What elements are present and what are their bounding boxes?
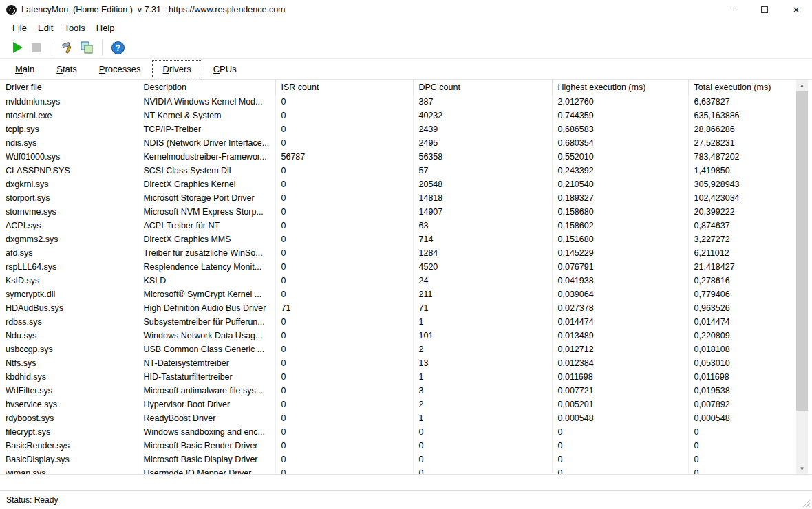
table-row[interactable]: BasicDisplay.sysMicrosoft Basic Display … [0, 453, 796, 466]
table-cell: NT Kernel & System [138, 109, 275, 122]
table-cell: kbdhid.sys [0, 370, 138, 384]
table-cell: 0 [688, 439, 796, 453]
table-cell: ntoskrnl.exe [0, 109, 138, 122]
tools-icon [61, 41, 75, 54]
menu-edit[interactable]: Edit [32, 21, 58, 35]
copy-icon [80, 41, 94, 54]
table-cell: Kernelmodustreiber-Framewor... [138, 150, 275, 164]
table-row[interactable]: dxgmms2.sysDirectX Graphics MMS07140,151… [0, 232, 796, 246]
table-cell: dxgmms2.sys [0, 232, 138, 246]
table-cell: 0,076791 [552, 260, 688, 274]
column-header-driver-file[interactable]: Driver file [0, 80, 138, 95]
menu-file[interactable]: File [7, 21, 32, 35]
table-cell: 0,019538 [688, 384, 796, 398]
table-cell: 2 [413, 343, 552, 356]
table-row[interactable]: filecrypt.sysWindows sandboxing and enc.… [0, 425, 796, 439]
table-cell: 0 [275, 288, 413, 301]
table-row[interactable]: tcpip.sysTCP/IP-Treiber024390,68658328,8… [0, 122, 796, 136]
table-cell: 20,399222 [688, 205, 796, 219]
tab-main[interactable]: Main [4, 60, 45, 78]
vertical-scrollbar[interactable]: ▲ ▼ [796, 80, 808, 475]
table-row[interactable]: dxgkrnl.sysDirectX Graphics Kernel020548… [0, 177, 796, 191]
help-button[interactable]: ? [109, 39, 127, 57]
table-cell: 0,158602 [552, 219, 688, 232]
table-row[interactable]: CLASSPNP.SYSSCSI Class System Dll0570,24… [0, 164, 796, 177]
close-button[interactable]: ✕ [780, 0, 812, 19]
maximize-button[interactable] [749, 0, 780, 19]
statusbar: Status: Ready [0, 490, 812, 509]
table-cell: 0 [413, 466, 552, 475]
table-cell: 0 [275, 315, 413, 329]
table-row[interactable]: WdFilter.sysMicrosoft antimalware file s… [0, 384, 796, 398]
tab-cpus[interactable]: CPUs [202, 60, 248, 78]
table-row[interactable]: storport.sysMicrosoft Storage Port Drive… [0, 191, 796, 205]
table-row[interactable]: BasicRender.sysMicrosoft Basic Render Dr… [0, 439, 796, 453]
table-row[interactable]: rdbss.sysSubsystemtreiber für Pufferun..… [0, 315, 796, 329]
table-cell: KSLD [138, 274, 275, 288]
table-cell: BasicRender.sys [0, 439, 138, 453]
column-header-highest-execution[interactable]: Highest execution (ms) [552, 80, 688, 95]
table-cell: 0,041938 [552, 274, 688, 288]
table-row[interactable]: usbccgp.sysUSB Common Class Generic ...0… [0, 343, 796, 356]
resize-grip[interactable] [801, 498, 810, 507]
table-cell: stornvme.sys [0, 205, 138, 219]
table-row[interactable]: stornvme.sysMicrosoft NVM Express Storp.… [0, 205, 796, 219]
table-cell: 0 [552, 453, 688, 466]
minimize-button[interactable] [717, 0, 749, 19]
table-row[interactable]: ndis.sysNDIS (Network Driver Interface..… [0, 136, 796, 150]
table-cell: Ndu.sys [0, 329, 138, 343]
table-row[interactable]: rdyboost.sysReadyBoost Driver010,0005480… [0, 411, 796, 425]
table-row[interactable]: Ntfs.sysNT-Dateisystemtreiber0130,012384… [0, 356, 796, 370]
stop-monitor-button[interactable] [27, 39, 45, 57]
scrollbar-thumb[interactable] [796, 91, 808, 411]
table-cell: 0 [552, 466, 688, 475]
table-cell: 0 [275, 219, 413, 232]
table-cell: 0 [275, 260, 413, 274]
table-cell: 0 [275, 95, 413, 109]
table-cell: 1284 [413, 246, 552, 260]
table-cell: 57 [413, 164, 552, 177]
table-cell: 0,552010 [552, 150, 688, 164]
table-row[interactable]: ntoskrnl.exeNT Kernel & System0402320,74… [0, 109, 796, 122]
table-cell: 0 [275, 453, 413, 466]
table-row[interactable]: symcryptk.dllMicrosoft® SymCrypt Kernel … [0, 288, 796, 301]
table-cell: 56358 [413, 150, 552, 164]
tab-processes[interactable]: Processes [88, 60, 152, 78]
copy-report-button[interactable] [77, 39, 96, 57]
table-row[interactable]: wiman.sysUsermode IO Mapper Driver0000 [0, 466, 796, 475]
table-cell: wiman.sys [0, 466, 138, 475]
table-row[interactable]: afd.sysTreiber für zusätzliche WinSo...0… [0, 246, 796, 260]
scroll-up-button[interactable]: ▲ [796, 80, 808, 91]
table-cell: storport.sys [0, 191, 138, 205]
table-row[interactable]: nvlddmkm.sysNVIDIA Windows Kernel Mod...… [0, 95, 796, 109]
options-button[interactable] [58, 39, 77, 57]
table-row[interactable]: ACPI.sysACPI-Treiber für NT0630,1586020,… [0, 219, 796, 232]
table-cell: Windows sandboxing and enc... [138, 425, 275, 439]
tab-drivers[interactable]: Drivers [152, 60, 202, 78]
table-cell: 56787 [275, 150, 413, 164]
table-row[interactable]: HDAudBus.sysHigh Definition Audio Bus Dr… [0, 301, 796, 315]
menu-help[interactable]: Help [91, 21, 120, 35]
column-header-total-execution[interactable]: Total execution (ms) [688, 80, 796, 95]
scroll-down-button[interactable]: ▼ [796, 463, 808, 475]
table-cell: 0,011698 [552, 370, 688, 384]
table-cell: 2495 [413, 136, 552, 150]
column-header-dpc-count[interactable]: DPC count [413, 80, 552, 95]
table-row[interactable]: kbdhid.sysHID-Tastaturfiltertreiber010,0… [0, 370, 796, 384]
table-cell: 6,211012 [688, 246, 796, 260]
table-cell: 0 [275, 136, 413, 150]
table-cell: ReadyBoost Driver [138, 411, 275, 425]
table-row[interactable]: Ndu.sysWindows Network Data Usag...01010… [0, 329, 796, 343]
column-header-description[interactable]: Description [138, 80, 275, 95]
scrollbar-track[interactable] [796, 91, 808, 463]
table-cell: Treiber für zusätzliche WinSo... [138, 246, 275, 260]
menu-tools[interactable]: Tools [58, 21, 90, 35]
start-monitor-button[interactable] [8, 39, 27, 57]
tab-stats[interactable]: Stats [45, 60, 88, 78]
table-row[interactable]: KsID.sysKSLD0240,0419380,278616 [0, 274, 796, 288]
table-cell: 0 [413, 425, 552, 439]
table-row[interactable]: hvservice.sysHypervisor Boot Driver020,0… [0, 398, 796, 411]
column-header-isr-count[interactable]: ISR count [275, 80, 413, 95]
table-row[interactable]: Wdf01000.sysKernelmodustreiber-Framewor.… [0, 150, 796, 164]
table-row[interactable]: rspLLL64.sysResplendence Latency Monit..… [0, 260, 796, 274]
